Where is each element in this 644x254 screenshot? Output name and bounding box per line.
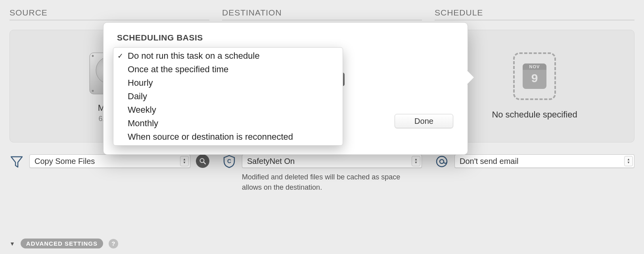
funnel-icon <box>10 154 24 169</box>
email-at-icon <box>435 154 449 169</box>
column-header-destination: DESTINATION <box>222 8 422 20</box>
scheduling-option-label: When source or destination is reconnecte… <box>128 132 293 142</box>
calendar-day-label: 9 <box>531 70 538 87</box>
scheduling-option[interactable]: Daily <box>113 90 343 103</box>
safetynet-select[interactable]: SafetyNet On ▲▼ <box>242 154 422 168</box>
copy-mode-select[interactable]: Copy Some Files ▲▼ <box>29 154 190 168</box>
scheduling-option[interactable]: Once at the specified time <box>113 63 343 76</box>
safetynet-value: SafetyNet On <box>247 157 295 166</box>
scheduling-option-label: Once at the specified time <box>128 64 228 75</box>
email-select[interactable]: Don't send email ▲▼ <box>454 154 634 168</box>
done-button[interactable]: Done <box>395 114 453 128</box>
advanced-settings-toggle[interactable]: ADVANCED SETTINGS <box>21 239 103 248</box>
check-icon: ✓ <box>117 52 123 60</box>
popover-arrow-icon <box>467 70 474 85</box>
scheduling-option-label: Monthly <box>128 118 158 129</box>
svg-point-11 <box>437 156 447 167</box>
scheduling-option-label: Hourly <box>128 78 153 88</box>
scheduling-option[interactable]: When source or destination is reconnecte… <box>113 130 343 144</box>
stepper-icon: ▲▼ <box>412 156 420 166</box>
calendar-placeholder-icon: NOV 9 <box>513 52 556 100</box>
svg-point-12 <box>440 160 444 164</box>
stepper-icon: ▲▼ <box>624 156 633 166</box>
popover-title: SCHEDULING BASIS <box>117 33 458 42</box>
column-header-schedule: SCHEDULE <box>435 8 634 20</box>
filter-details-button[interactable] <box>196 154 209 168</box>
svg-text:C: C <box>227 158 231 164</box>
stepper-icon: ▲▼ <box>180 156 189 166</box>
safetynet-description: Modified and deleted files will be cache… <box>242 172 422 192</box>
svg-line-9 <box>204 162 206 164</box>
svg-point-6 <box>92 90 94 92</box>
scheduling-option-label: Daily <box>128 91 147 102</box>
scheduling-option[interactable]: Monthly <box>113 117 343 130</box>
safetynet-shield-icon: C <box>222 154 236 169</box>
calendar-month-label: NOV <box>523 64 546 70</box>
column-header-source: SOURCE <box>10 8 209 20</box>
scheduling-option[interactable]: Hourly <box>113 76 343 90</box>
scheduling-popover: SCHEDULING BASIS ✓Do not run this task o… <box>103 22 468 155</box>
scheduling-option-label: Do not run this task on a schedule <box>128 51 260 61</box>
scheduling-option[interactable]: Weekly <box>113 103 343 117</box>
scheduling-option-label: Weekly <box>128 105 156 115</box>
email-value: Don't send email <box>460 157 518 166</box>
disclosure-triangle-icon[interactable]: ▼ <box>10 241 15 247</box>
copy-mode-value: Copy Some Files <box>34 157 95 166</box>
scheduling-option[interactable]: ✓Do not run this task on a schedule <box>113 49 343 63</box>
advanced-help-button[interactable]: ? <box>109 239 118 248</box>
scheduling-basis-menu[interactable]: ✓Do not run this task on a scheduleOnce … <box>113 47 343 146</box>
svg-point-4 <box>92 55 94 57</box>
schedule-status-text: No schedule specified <box>492 110 577 120</box>
